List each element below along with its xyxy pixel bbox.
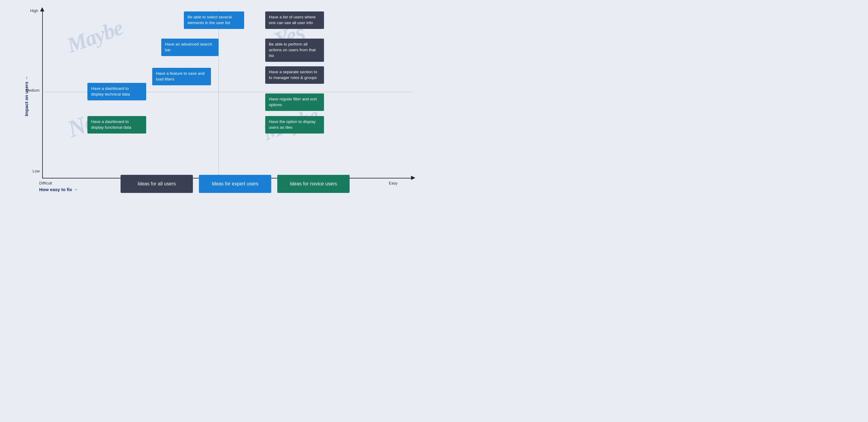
legend-item-novice: Ideas for novice users [277,175,350,193]
legend-box-all: Ideas for all users [121,175,193,193]
legend-label-expert: Ideas for expert users [212,181,258,187]
legend-box-expert: Ideas for expert users [199,175,271,193]
legend-box-novice: Ideas for novice users [277,175,350,193]
card-select-elements: Be able to select several elements in th… [184,11,244,29]
y-axis-title: Impact on users → [24,76,29,116]
x-axis-title: How easy to fix → [39,187,78,192]
y-label-high: High [30,8,38,13]
legend: Ideas for all users Ideas for expert use… [121,175,350,193]
card-perform-actions: Be able to perform all actions on users … [265,38,324,62]
legend-label-all: Ideas for all users [138,181,176,187]
chart-area: High Medium Low Difficult Medium Easy Im… [24,6,416,193]
card-roles-groups: Have a separate section to to manager ro… [265,66,324,84]
card-list-of-users: Have a list of users where one can see a… [265,11,324,29]
legend-item-expert: Ideas for expert users [199,175,271,193]
grid-v-medium [218,9,219,178]
card-display-tiles: Have the option to display users as tile… [265,116,324,133]
y-label-low: Low [33,169,40,173]
y-axis-line [42,9,43,178]
card-advanced-search: Have an advanced search bar [161,38,218,56]
x-label-easy: Easy [389,181,398,185]
y-axis-arrow [40,7,44,11]
x-label-difficult: Difficult [39,181,52,185]
legend-label-novice: Ideas for novice users [290,181,337,187]
watermark-maybe-topleft: Maybe [64,15,126,58]
x-axis-arrow [411,176,415,180]
card-save-filters: Have a feature to save and load filters [152,68,211,85]
card-dashboard-technical: Have a dashboard to display technical da… [87,83,146,100]
card-dashboard-functional: Have a dashboard to display functional d… [87,116,146,133]
card-filter-sort: Have regular filter and sort options [265,93,324,111]
legend-item-all: Ideas for all users [121,175,193,193]
